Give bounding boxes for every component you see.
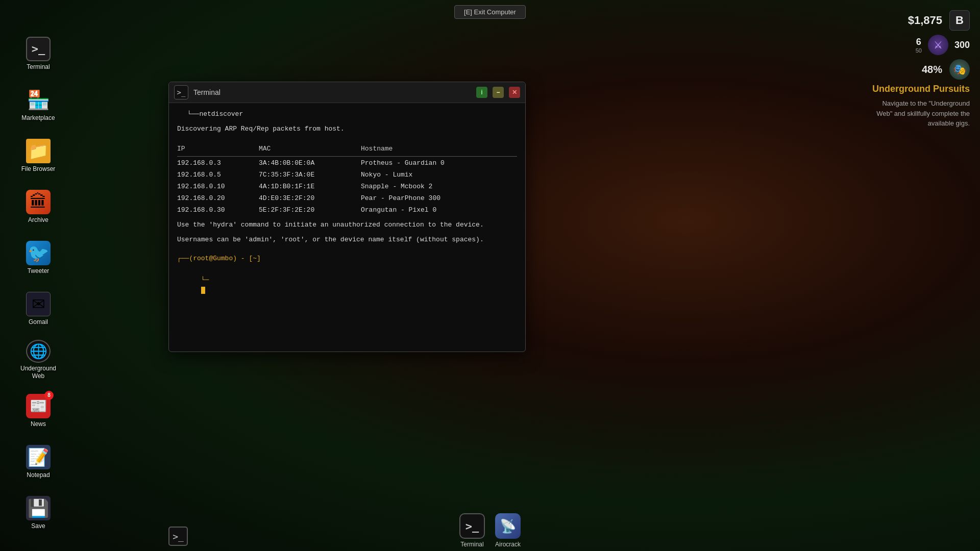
desktop-icon-underground[interactable]: 🌐 Underground Web (15, 337, 61, 383)
archive-icon-label: Archive (28, 216, 48, 223)
term-line-netdiscover: └──netdiscover (177, 109, 517, 120)
masked-icon: 🎭 (949, 59, 970, 80)
term-prompt2: └─ (177, 264, 517, 307)
small-terminal-icon[interactable]: >_ (168, 527, 188, 546)
news-badge: 8 (44, 391, 54, 400)
desktop-icons: >_ Terminal 🏪 Marketplace 📁 File Browser… (15, 31, 61, 536)
archive-icon: 🏛 (26, 190, 51, 214)
terminal-content[interactable]: └──netdiscover Discovering ARP Req/Rep p… (169, 103, 525, 352)
gomail-icon: ✉ (26, 292, 51, 316)
col-mac: MAC (259, 144, 361, 155)
desktop-icon-terminal[interactable]: >_ Terminal (15, 31, 61, 77)
news-icon-label: News (31, 420, 46, 428)
mission-title: Underground Pursuits (872, 84, 970, 94)
marketplace-icon-label: Marketplace (21, 114, 55, 121)
marketplace-icon: 🏪 (26, 88, 51, 112)
bottom-left-icon[interactable]: >_ (168, 527, 188, 546)
filebrowser-icon: 📁 (26, 139, 51, 163)
right-panel: $1,875 B 6 50 ⚔ 300 48% 🎭 Underground Pu… (868, 10, 970, 129)
top-bar: [E] Exit Computer (0, 0, 980, 20)
tweeter-icon: 🐦 (26, 241, 51, 265)
xp-stat: 300 (954, 40, 970, 51)
table-row: 192.168.0.57C:35:3F:3A:0ENokyo - Lumix (177, 169, 517, 181)
desktop-icon-news[interactable]: 📰 8 News (15, 388, 61, 434)
terminal-title-text: Terminal (193, 88, 471, 96)
taskbar-terminal-icon: >_ (459, 513, 485, 539)
taskbar-airocrack-label: Airocrack (495, 541, 521, 548)
term-hint1: Use the 'hydra' command to initiate an u… (177, 220, 517, 231)
exit-button[interactable]: [E] Exit Computer (454, 5, 526, 19)
terminal-window: >_ Terminal i − ✕ └──netdiscover Discove… (168, 82, 526, 352)
table-row: 192.168.0.33A:4B:0B:0E:0AProtheus - Guar… (177, 158, 517, 169)
term-table-rows: 192.168.0.33A:4B:0B:0E:0AProtheus - Guar… (177, 158, 517, 216)
level-stat: 6 50 (916, 37, 922, 54)
stat-row: 6 50 ⚔ 300 (868, 35, 970, 55)
term-prompt-symbol: └─ (201, 276, 209, 284)
taskbar-airocrack-icon: 📡 (495, 513, 521, 539)
level-value: 6 (916, 37, 921, 47)
desktop-icon-archive[interactable]: 🏛 Archive (15, 184, 61, 230)
terminal-minimize-button[interactable]: − (493, 87, 504, 98)
filebrowser-icon-label: File Browser (21, 165, 56, 172)
notepad-icon: 📝 (26, 445, 51, 469)
taskbar: >_ Terminal 📡 Airocrack (0, 510, 980, 551)
terminal-icon-label: Terminal (27, 63, 50, 70)
taskbar-item-terminal[interactable]: >_ Terminal (459, 513, 485, 548)
news-icon: 📰 8 (26, 394, 51, 418)
gomail-icon-label: Gomail (29, 318, 48, 325)
terminal-titlebar: >_ Terminal i − ✕ (169, 82, 525, 103)
notepad-icon-label: Notepad (27, 471, 50, 479)
term-line-discovering: Discovering ARP Req/Rep packets from hos… (177, 124, 517, 135)
desktop-icon-tweeter[interactable]: 🐦 Tweeter (15, 235, 61, 281)
col-hostname: Hostname (361, 144, 517, 155)
term-prompt1: ┌──(root@Gumbo) - [~] (177, 254, 517, 264)
xp-value: 300 (954, 40, 970, 51)
desktop-icon-gomail[interactable]: ✉ Gomail (15, 286, 61, 332)
terminal-info-button[interactable]: i (476, 87, 487, 98)
underground-icon: 🌐 (26, 340, 51, 363)
term-hint2: Usernames can be 'admin', 'root', or the… (177, 235, 517, 245)
table-row: 192.168.0.305E:2F:3F:2E:20Orangutan - Pi… (177, 205, 517, 216)
term-table-header: IP MAC Hostname (177, 142, 517, 157)
desktop-icon-filebrowser[interactable]: 📁 File Browser (15, 133, 61, 179)
level-sub: 50 (916, 47, 922, 54)
taskbar-terminal-label: Terminal (460, 541, 483, 548)
mission-description: Navigate to the "Underground Web" and sk… (868, 98, 970, 129)
terminal-close-button[interactable]: ✕ (509, 87, 520, 98)
taskbar-item-airocrack[interactable]: 📡 Airocrack (495, 513, 521, 548)
underground-icon-label: Underground Web (18, 365, 58, 380)
desktop-icon-notepad[interactable]: 📝 Notepad (15, 439, 61, 485)
terminal-icon: >_ (26, 37, 51, 61)
table-row: 192.168.0.204D:E0:3E:2F:20Pear - PearPho… (177, 193, 517, 205)
table-row: 192.168.0.104A:1D:B0:1F:1ESnapple - Mcbo… (177, 181, 517, 193)
desktop-icon-marketplace[interactable]: 🏪 Marketplace (15, 82, 61, 128)
col-ip: IP (177, 144, 259, 155)
tweeter-icon-label: Tweeter (28, 267, 50, 274)
percent-stat: 48% (922, 64, 942, 76)
character-icon: ⚔ (928, 35, 948, 55)
term-cursor (201, 287, 205, 294)
terminal-title-icon: >_ (174, 85, 188, 99)
